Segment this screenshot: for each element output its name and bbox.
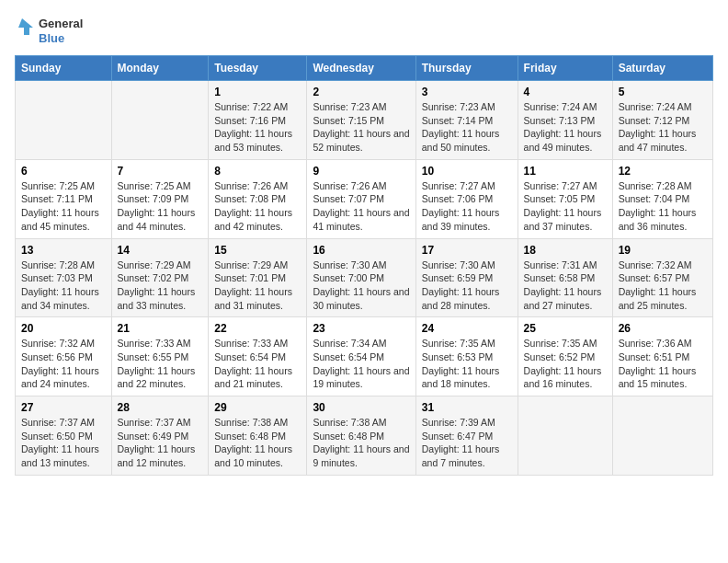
calendar-cell: 29Sunrise: 7:38 AMSunset: 6:48 PMDayligh… <box>209 396 307 476</box>
day-number: 14 <box>118 244 203 257</box>
week-row-1: 6Sunrise: 7:25 AMSunset: 7:11 PMDaylight… <box>16 159 713 238</box>
header-day-saturday: Saturday <box>612 56 712 81</box>
day-info: Sunrise: 7:26 AMSunset: 7:07 PMDaylight:… <box>313 179 409 234</box>
day-info: Sunrise: 7:28 AMSunset: 7:04 PMDaylight:… <box>619 179 707 234</box>
week-row-4: 27Sunrise: 7:37 AMSunset: 6:50 PMDayligh… <box>16 396 713 476</box>
calendar-cell: 31Sunrise: 7:39 AMSunset: 6:47 PMDayligh… <box>415 396 518 476</box>
calendar-cell <box>111 81 209 160</box>
calendar-cell <box>612 396 712 476</box>
day-number: 27 <box>21 401 106 414</box>
day-info: Sunrise: 7:28 AMSunset: 7:03 PMDaylight:… <box>21 259 106 313</box>
calendar-cell: 4Sunrise: 7:24 AMSunset: 7:13 PMDaylight… <box>518 81 612 160</box>
calendar-cell: 5Sunrise: 7:24 AMSunset: 7:12 PMDaylight… <box>612 81 712 160</box>
day-number: 6 <box>21 165 106 178</box>
day-number: 29 <box>214 401 301 414</box>
day-info: Sunrise: 7:23 AMSunset: 7:15 PMDaylight:… <box>313 100 409 155</box>
logo-bird-icon <box>15 15 37 48</box>
day-number: 23 <box>313 322 409 335</box>
week-row-0: 1Sunrise: 7:22 AMSunset: 7:16 PMDaylight… <box>16 81 713 160</box>
day-number: 21 <box>118 322 203 335</box>
day-info: Sunrise: 7:38 AMSunset: 6:48 PMDaylight:… <box>214 416 301 470</box>
logo-general: General <box>39 17 83 31</box>
calendar-cell: 30Sunrise: 7:38 AMSunset: 6:48 PMDayligh… <box>307 396 415 476</box>
day-info: Sunrise: 7:25 AMSunset: 7:11 PMDaylight:… <box>21 179 106 234</box>
day-info: Sunrise: 7:30 AMSunset: 6:59 PMDaylight:… <box>422 259 512 313</box>
day-info: Sunrise: 7:39 AMSunset: 6:47 PMDaylight:… <box>422 416 512 470</box>
day-number: 20 <box>21 322 106 335</box>
calendar-cell: 23Sunrise: 7:34 AMSunset: 6:54 PMDayligh… <box>307 317 415 396</box>
day-number: 5 <box>619 86 707 98</box>
day-number: 7 <box>118 165 203 178</box>
logo: General Blue <box>15 15 83 48</box>
day-number: 3 <box>422 86 512 98</box>
logo-text: General Blue <box>39 17 83 45</box>
day-number: 26 <box>619 322 707 335</box>
header-day-friday: Friday <box>518 56 612 81</box>
day-number: 9 <box>313 165 409 178</box>
calendar-cell: 22Sunrise: 7:33 AMSunset: 6:54 PMDayligh… <box>209 317 307 396</box>
day-number: 17 <box>422 244 512 257</box>
day-number: 25 <box>524 322 607 335</box>
calendar-cell: 20Sunrise: 7:32 AMSunset: 6:56 PMDayligh… <box>16 317 112 396</box>
day-info: Sunrise: 7:38 AMSunset: 6:48 PMDaylight:… <box>313 416 409 470</box>
calendar-cell: 17Sunrise: 7:30 AMSunset: 6:59 PMDayligh… <box>415 238 518 317</box>
day-info: Sunrise: 7:34 AMSunset: 6:54 PMDaylight:… <box>313 337 409 391</box>
day-info: Sunrise: 7:29 AMSunset: 7:02 PMDaylight:… <box>118 259 203 313</box>
calendar-cell: 27Sunrise: 7:37 AMSunset: 6:50 PMDayligh… <box>16 396 112 476</box>
day-info: Sunrise: 7:32 AMSunset: 6:56 PMDaylight:… <box>21 337 106 391</box>
day-number: 13 <box>21 244 106 257</box>
svg-marker-0 <box>18 18 33 35</box>
calendar-cell: 8Sunrise: 7:26 AMSunset: 7:08 PMDaylight… <box>209 159 307 238</box>
day-info: Sunrise: 7:24 AMSunset: 7:13 PMDaylight:… <box>524 100 607 155</box>
calendar-cell <box>518 396 612 476</box>
day-number: 30 <box>313 401 409 414</box>
header-day-sunday: Sunday <box>16 56 112 81</box>
day-number: 8 <box>214 165 301 178</box>
day-number: 22 <box>214 322 301 335</box>
day-info: Sunrise: 7:32 AMSunset: 6:57 PMDaylight:… <box>619 259 707 313</box>
calendar-cell: 7Sunrise: 7:25 AMSunset: 7:09 PMDaylight… <box>111 159 209 238</box>
day-info: Sunrise: 7:33 AMSunset: 6:54 PMDaylight:… <box>214 337 301 391</box>
calendar-cell: 26Sunrise: 7:36 AMSunset: 6:51 PMDayligh… <box>612 317 712 396</box>
day-number: 1 <box>214 86 301 98</box>
day-info: Sunrise: 7:27 AMSunset: 7:06 PMDaylight:… <box>422 179 512 234</box>
day-number: 15 <box>214 244 301 257</box>
day-number: 2 <box>313 86 409 98</box>
calendar-cell: 25Sunrise: 7:35 AMSunset: 6:52 PMDayligh… <box>518 317 612 396</box>
header-day-thursday: Thursday <box>415 56 518 81</box>
logo-blue: Blue <box>39 31 83 46</box>
calendar-cell <box>16 81 112 160</box>
day-info: Sunrise: 7:36 AMSunset: 6:51 PMDaylight:… <box>619 337 707 391</box>
calendar-cell: 18Sunrise: 7:31 AMSunset: 6:58 PMDayligh… <box>518 238 612 317</box>
calendar-cell: 16Sunrise: 7:30 AMSunset: 7:00 PMDayligh… <box>307 238 415 317</box>
page-header: General Blue <box>15 15 713 48</box>
logo-container: General Blue <box>15 15 83 48</box>
day-number: 12 <box>619 165 707 178</box>
calendar-cell: 10Sunrise: 7:27 AMSunset: 7:06 PMDayligh… <box>415 159 518 238</box>
day-info: Sunrise: 7:33 AMSunset: 6:55 PMDaylight:… <box>118 337 203 391</box>
day-info: Sunrise: 7:26 AMSunset: 7:08 PMDaylight:… <box>214 179 301 234</box>
day-number: 11 <box>524 165 607 178</box>
day-info: Sunrise: 7:27 AMSunset: 7:05 PMDaylight:… <box>524 179 607 234</box>
day-number: 16 <box>313 244 409 257</box>
header-day-wednesday: Wednesday <box>307 56 415 81</box>
day-number: 24 <box>422 322 512 335</box>
week-row-2: 13Sunrise: 7:28 AMSunset: 7:03 PMDayligh… <box>16 238 713 317</box>
day-info: Sunrise: 7:37 AMSunset: 6:50 PMDaylight:… <box>21 416 106 470</box>
calendar-cell: 9Sunrise: 7:26 AMSunset: 7:07 PMDaylight… <box>307 159 415 238</box>
calendar-cell: 3Sunrise: 7:23 AMSunset: 7:14 PMDaylight… <box>415 81 518 160</box>
day-info: Sunrise: 7:37 AMSunset: 6:49 PMDaylight:… <box>118 416 203 470</box>
week-row-3: 20Sunrise: 7:32 AMSunset: 6:56 PMDayligh… <box>16 317 713 396</box>
header-day-monday: Monday <box>111 56 209 81</box>
day-info: Sunrise: 7:35 AMSunset: 6:52 PMDaylight:… <box>524 337 607 391</box>
day-number: 18 <box>524 244 607 257</box>
header-row: SundayMondayTuesdayWednesdayThursdayFrid… <box>16 56 713 81</box>
calendar-table: SundayMondayTuesdayWednesdayThursdayFrid… <box>15 55 713 476</box>
day-info: Sunrise: 7:23 AMSunset: 7:14 PMDaylight:… <box>422 100 512 155</box>
day-number: 28 <box>118 401 203 414</box>
calendar-cell: 12Sunrise: 7:28 AMSunset: 7:04 PMDayligh… <box>612 159 712 238</box>
day-info: Sunrise: 7:24 AMSunset: 7:12 PMDaylight:… <box>619 100 707 155</box>
day-info: Sunrise: 7:25 AMSunset: 7:09 PMDaylight:… <box>118 179 203 234</box>
day-info: Sunrise: 7:22 AMSunset: 7:16 PMDaylight:… <box>214 100 301 155</box>
day-info: Sunrise: 7:31 AMSunset: 6:58 PMDaylight:… <box>524 259 607 313</box>
